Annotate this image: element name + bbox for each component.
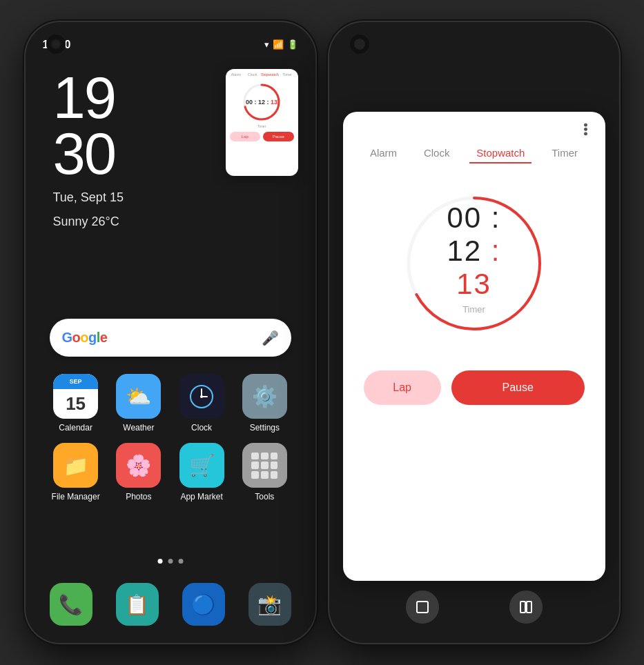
action-buttons: Lap Pause: [343, 353, 605, 419]
clock-svg: [188, 383, 215, 410]
filemanager-icon: 📁: [53, 443, 98, 488]
app-item-weather[interactable]: ⛅ Weather: [113, 374, 165, 433]
stopwatch-time-display: 00 : 12 : 13 Timer: [436, 201, 512, 315]
big-time-hour: 19: [53, 70, 124, 126]
app-item-appmarket[interactable]: 🛒 App Market: [175, 443, 228, 502]
big-weather: Sunny 26°C: [53, 213, 124, 230]
widget-tab-alarm[interactable]: Alarm: [228, 72, 244, 77]
svg-rect-9: [520, 602, 525, 613]
tab-stopwatch[interactable]: Stopwatch: [469, 143, 531, 163]
app-item-filemanager[interactable]: 📁 File Manager: [50, 443, 102, 502]
appmarket-label: App Market: [180, 492, 222, 502]
phone-right: ••• Alarm Clock Stopwatch Timer: [329, 22, 619, 643]
dock-phone-icon[interactable]: 📞: [50, 583, 92, 626]
google-logo: Google: [62, 330, 108, 346]
floating-stopwatch-widget[interactable]: Alarm Clock Stopwatch Timer 00 : 12 : 13: [226, 69, 298, 176]
app-item-calendar[interactable]: SEP 15 Calendar: [50, 374, 102, 433]
app-item-settings[interactable]: ⚙️ Settings: [238, 374, 291, 433]
widget-lap-button[interactable]: Lap: [230, 132, 261, 141]
big-time-minute: 30: [53, 126, 124, 182]
clock-app-tabs: Alarm Clock Stopwatch Timer: [343, 140, 605, 174]
widget-tab-stopwatch[interactable]: Stopwatch: [261, 72, 279, 77]
sep1: :: [482, 201, 500, 234]
big-time-display: 19 30 Tue, Sept 15 Sunny 26°C: [53, 70, 124, 230]
wifi-icon: ▾: [264, 39, 269, 50]
status-bar-left: 19:30 ▾ 📶 🔋: [26, 22, 315, 57]
stopwatch-label: Timer: [436, 304, 512, 315]
stopwatch-display: 00 : 12 : 13 Timer: [343, 174, 605, 353]
stopwatch-seconds: 13: [456, 268, 491, 300]
clock-app-icon: [179, 374, 224, 419]
photos-icon: 🌸: [116, 443, 161, 488]
dock-camera-icon[interactable]: 📸: [248, 583, 291, 626]
stopwatch-time-text: 00 : 12 : 13: [436, 201, 512, 301]
phone-left: 19:30 ▾ 📶 🔋 19 30 Tue, Sept 15 Sunny 26°…: [26, 22, 315, 643]
stopwatch-minutes: 12: [447, 235, 482, 267]
app-grid: SEP 15 Calendar ⛅ Weather: [50, 374, 291, 502]
widget-tab-timer[interactable]: Timer: [280, 72, 295, 77]
signal-icon: 📶: [273, 39, 284, 50]
status-icons-left: ▾ 📶 🔋: [264, 39, 298, 50]
tab-timer[interactable]: Timer: [545, 143, 585, 163]
dock: 📞 📋 🔵 📸: [50, 583, 291, 626]
calendar-label: Calendar: [59, 423, 92, 433]
app-item-photos[interactable]: 🌸 Photos: [113, 443, 165, 502]
stopwatch-hours: 00: [447, 201, 482, 234]
clock-app-header: •••: [343, 112, 605, 140]
clock-app-panel: ••• Alarm Clock Stopwatch Timer: [343, 112, 605, 581]
pause-button[interactable]: Pause: [451, 370, 585, 405]
clock-label: Clock: [191, 423, 212, 433]
settings-icon: ⚙️: [242, 374, 287, 419]
widget-time-text: 00 : 12 : 13: [246, 99, 277, 106]
weather-label: Weather: [123, 423, 154, 433]
tools-icon: [242, 443, 287, 488]
photos-label: Photos: [126, 492, 151, 502]
nav-buttons-right: [329, 590, 619, 624]
widget-tabs: Alarm Clock Stopwatch Timer: [226, 69, 298, 79]
calendar-icon: SEP 15: [53, 374, 98, 419]
split-button[interactable]: [509, 590, 543, 624]
tab-alarm[interactable]: Alarm: [363, 143, 404, 163]
svg-rect-8: [417, 602, 428, 613]
big-date: Tue, Sept 15: [53, 189, 124, 206]
filemanager-label: File Manager: [52, 492, 100, 502]
appmarket-icon: 🛒: [179, 443, 224, 488]
microphone-icon[interactable]: 🎤: [262, 330, 279, 346]
widget-timer-display: 00 : 12 : 13: [226, 79, 298, 126]
tab-clock[interactable]: Clock: [417, 143, 457, 163]
camera-right: [350, 34, 369, 54]
app-item-tools[interactable]: Tools: [238, 443, 291, 502]
sep2: :: [482, 235, 500, 267]
weather-icon: ⛅: [116, 374, 161, 419]
dock-notes-icon[interactable]: 📋: [116, 583, 159, 626]
svg-rect-10: [527, 602, 531, 613]
page-dots: [157, 559, 183, 564]
camera-left: [46, 34, 66, 54]
recents-button[interactable]: [406, 590, 439, 624]
svg-point-5: [200, 395, 203, 398]
dot-2: [168, 559, 173, 564]
lap-button[interactable]: Lap: [364, 370, 441, 405]
recents-icon: [415, 599, 430, 615]
widget-pause-button[interactable]: Pause: [263, 132, 294, 141]
dot-3: [178, 559, 183, 564]
dock-browser-icon[interactable]: 🔵: [182, 583, 225, 626]
dot-1: [157, 559, 162, 564]
more-options-icon[interactable]: •••: [578, 123, 592, 136]
widget-action-buttons: Lap Pause: [226, 128, 298, 144]
battery-icon: 🔋: [287, 39, 298, 50]
google-search-bar[interactable]: Google 🎤: [50, 319, 291, 357]
split-icon: [518, 599, 534, 615]
tools-label: Tools: [255, 492, 274, 502]
settings-label: Settings: [250, 423, 280, 433]
widget-circle: 00 : 12 : 13: [241, 81, 282, 123]
app-item-clock[interactable]: Clock: [175, 374, 228, 433]
stopwatch-circle: 00 : 12 : 13 Timer: [398, 188, 550, 339]
widget-tab-clock[interactable]: Clock: [244, 72, 260, 77]
